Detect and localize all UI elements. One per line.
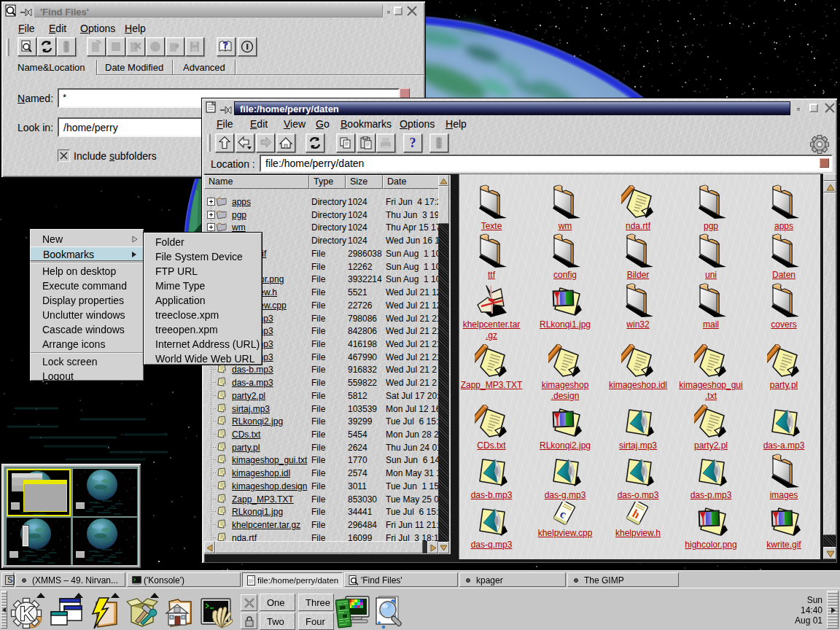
svg-text:K: K [20,602,34,625]
svg-text:?: ? [410,136,416,150]
svg-text:?: ? [222,39,228,50]
